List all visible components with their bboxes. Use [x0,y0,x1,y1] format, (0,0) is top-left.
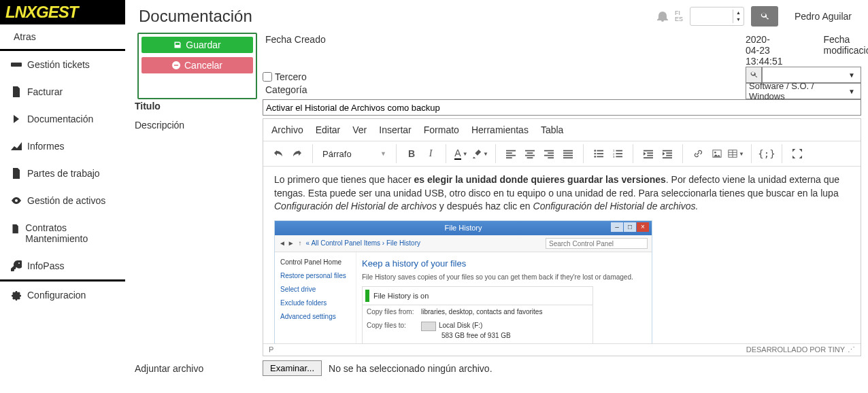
label: Copy files from: [367,307,421,317]
chevron-down-icon: ▼ [739,151,744,157]
text-color-button[interactable]: A▼ [452,144,471,163]
sidebar-item-activos[interactable]: Gestión de activos [0,187,125,214]
sidebar-item-label: Partes de trabajo [27,168,100,179]
menu-formato[interactable]: Formato [424,124,459,135]
title-input[interactable] [263,99,861,116]
image-button[interactable] [707,144,727,163]
play-icon [11,114,22,124]
created-value: 2020-04-23 13:44:51 [746,33,782,67]
body-text-em: Configuración del Historial de archivos [274,201,437,211]
cancel-button[interactable]: Cancelar [141,57,253,73]
indent-button[interactable] [658,144,677,163]
search-icon [750,71,758,79]
side-link: Select drive [280,285,350,294]
menu-editar[interactable]: Editar [316,124,341,135]
sidebar-item-label: Configuracion [27,290,86,301]
disk-icon [421,322,436,331]
align-left-button[interactable] [501,144,520,163]
menu-archivo[interactable]: Archivo [271,124,303,135]
sidebar-item-label: Contratos Mantenimiento [25,222,114,244]
sidebar-item-infopass[interactable]: InfoPass [0,252,125,279]
category-select[interactable]: Software / S.O. / Windows▼ [746,83,861,99]
page-title: Documentación [132,7,652,26]
window-title: File History [444,224,482,232]
main: Documentación FIES ▲▼ Pedro Aguilar Fech… [125,0,868,393]
outdent-button[interactable] [639,144,658,163]
body-text: Lo primero que tienes que hacer [274,174,414,185]
table-button[interactable]: ▼ [727,144,746,163]
link-button[interactable] [688,144,707,163]
save-button[interactable]: Guardar [141,37,253,53]
sidebar-item-label: Facturar [27,86,63,97]
bg-color-button[interactable]: ▼ [471,144,490,163]
align-justify-button[interactable] [558,144,578,163]
body-text: y después haz clic en [437,201,533,211]
bell-icon[interactable] [657,11,668,22]
dashboard-icon [11,59,22,70]
menu-insertar[interactable]: Insertar [379,124,411,135]
sidebar-item-config[interactable]: Configuracion [0,281,125,309]
sidebar-item-documentacion[interactable]: Documentación [0,105,125,133]
editor-body[interactable]: Lo primero que tienes que hacer es elegi… [263,167,861,343]
category-label: Categoría [263,83,740,99]
svg-rect-0 [11,63,22,67]
sidebar-item-label: Documentación [27,114,93,124]
close-icon: × [637,222,649,232]
side-link: Restore personal files [280,271,350,281]
label: Copy files to: [367,321,421,340]
bullet-list-button[interactable] [589,144,608,163]
title-label: Titulo [132,99,257,116]
screenshot-image: File History –□× ◄ ►↑ « All Control Pane… [274,220,652,343]
undo-button[interactable] [269,144,288,163]
desc-label: Descripción [132,116,257,356]
chart-icon [11,141,22,152]
align-right-button[interactable] [539,144,558,163]
resize-handle-icon[interactable]: ⋰ [848,345,855,354]
maximize-icon: □ [624,222,636,232]
browse-button[interactable]: Examinar... [263,360,322,376]
paragraph-select[interactable]: Párrafo▼ [318,144,390,163]
code-button[interactable]: {;} [757,144,776,163]
side-link: Advanced settings [280,312,350,322]
sidebar-back[interactable]: Atras [0,24,125,49]
sidebar-item-contratos[interactable]: Contratos Mantenimiento [0,214,125,252]
chevron-down-icon: ▼ [846,71,858,79]
key-icon [11,260,22,271]
tercero-checkbox[interactable] [263,72,272,82]
top-spinner[interactable]: ▲▼ [690,7,744,26]
editor-footer: P DESARROLLADO POR TINY ⋰ [263,343,861,356]
search-icon [760,12,769,21]
number-list-button[interactable]: 123 [608,144,627,163]
search-button[interactable] [751,6,778,27]
sidebar-item-tickets[interactable]: Gestión tickets [0,51,125,78]
menu-herramientas[interactable]: Herramientas [471,124,529,135]
user-name[interactable]: Pedro Aguilar [785,11,861,22]
sidebar-item-partes[interactable]: Partes de trabajo [0,160,125,187]
redo-button[interactable] [288,144,307,163]
breadcrumb: All Control Panel Items [311,239,380,247]
align-center-button[interactable] [520,144,539,163]
heading: Keep a history of your files [362,258,646,270]
editor-toolbar: Párrafo▼ B I A▼ ▼ [263,141,861,167]
lang-icon[interactable]: FIES [675,10,683,22]
menu-ver[interactable]: Ver [352,124,367,135]
chevron-down-icon: ▼ [463,151,468,157]
svg-rect-4 [597,153,603,154]
menu-tabla[interactable]: Tabla [541,124,563,135]
cancel-label: Cancelar [184,60,222,71]
svg-point-1 [594,150,596,152]
svg-point-14 [714,152,716,154]
bold-button[interactable]: B [402,144,421,163]
value: 583 GB free of 931 GB [441,332,511,339]
chevron-down-icon: ▼ [380,150,386,157]
svg-rect-10 [616,153,622,154]
sidebar-item-informes[interactable]: Informes [0,133,125,160]
sidebar-item-label: InfoPass [27,260,64,271]
category-value: Software / S.O. / Windows [749,81,846,101]
italic-button[interactable]: I [421,144,440,163]
cp-home: Control Panel Home [280,258,350,267]
logo: LNXGEST [0,0,125,24]
body-text-bold: es elegir la unidad donde quieres guarda… [414,174,665,185]
fullscreen-button[interactable] [788,144,807,163]
sidebar-item-facturar[interactable]: Facturar [0,78,125,105]
